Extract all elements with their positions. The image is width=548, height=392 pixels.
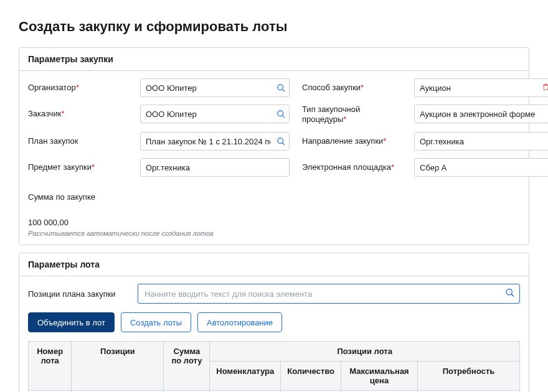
plan-input[interactable] (140, 132, 290, 151)
direction-label: Направление закупки* (302, 132, 402, 151)
svg-line-7 (282, 142, 285, 145)
col-demand: Потребность (417, 362, 519, 391)
method-label: Способ закупки* (302, 78, 402, 97)
svg-line-13 (511, 294, 514, 297)
positions-search-input[interactable] (138, 284, 520, 304)
customer-input[interactable] (140, 105, 290, 123)
search-icon[interactable] (505, 288, 515, 300)
direction-input[interactable] (414, 132, 548, 151)
col-lot-sum: Сумма по лоту (164, 342, 210, 391)
col-positions: Позиции (72, 342, 164, 391)
sum-label: Сумма по закупке (28, 188, 128, 207)
create-lots-button[interactable]: Создать лоты (121, 312, 191, 332)
svg-point-2 (277, 110, 283, 116)
search-icon[interactable] (276, 83, 286, 93)
purchase-params-header: Параметры закупки (19, 48, 529, 71)
organizer-label: Организатор* (28, 78, 128, 97)
col-max-price: Максимальная цена (341, 362, 418, 391)
col-nomenclature: Номенклатура (210, 362, 281, 391)
procedure-type-input[interactable] (414, 105, 548, 123)
svg-point-0 (277, 84, 283, 90)
lot-params-header: Параметры лота (19, 253, 529, 276)
lot-params-panel: Параметры лота Позиции плана закупки Объ… (19, 253, 529, 392)
platform-input[interactable] (414, 158, 548, 177)
svg-point-6 (277, 138, 283, 143)
auto-lot-button[interactable]: Автолотирование (197, 312, 282, 332)
lots-table: Номер лота Позиции Сумма по лоту Позиции… (28, 341, 520, 392)
col-quantity: Количество (281, 362, 341, 391)
svg-line-1 (282, 89, 285, 91)
subject-label: Предмет закупки* (28, 158, 128, 177)
svg-point-12 (506, 289, 512, 295)
procedure-type-label: Тип закупочной процедуры* (302, 105, 402, 124)
subject-input[interactable] (140, 158, 290, 177)
customer-label: Заказчик* (28, 105, 128, 123)
search-icon[interactable] (276, 136, 286, 146)
platform-label: Электронная площадка* (302, 158, 402, 177)
positions-search-label: Позиции плана закупки (28, 289, 128, 299)
col-lot-positions: Позиции лота (210, 342, 520, 362)
col-lot-no: Номер лота (29, 342, 72, 391)
plan-label: План закупок (28, 132, 128, 151)
search-icon[interactable] (276, 109, 286, 119)
organizer-input[interactable] (140, 78, 290, 97)
trash-icon[interactable] (542, 83, 548, 93)
combine-lot-button[interactable]: Объединить в лот (28, 312, 115, 332)
sum-hint: Рассчитывается автоматически после созда… (28, 230, 290, 237)
svg-line-3 (282, 115, 285, 118)
page-title: Создать закупку и сформировать лоты (19, 19, 529, 35)
purchase-params-panel: Параметры закупки Организатор* Способ за… (19, 47, 529, 245)
method-input[interactable] (414, 78, 548, 97)
sum-value: 100 000,00 (28, 218, 290, 227)
